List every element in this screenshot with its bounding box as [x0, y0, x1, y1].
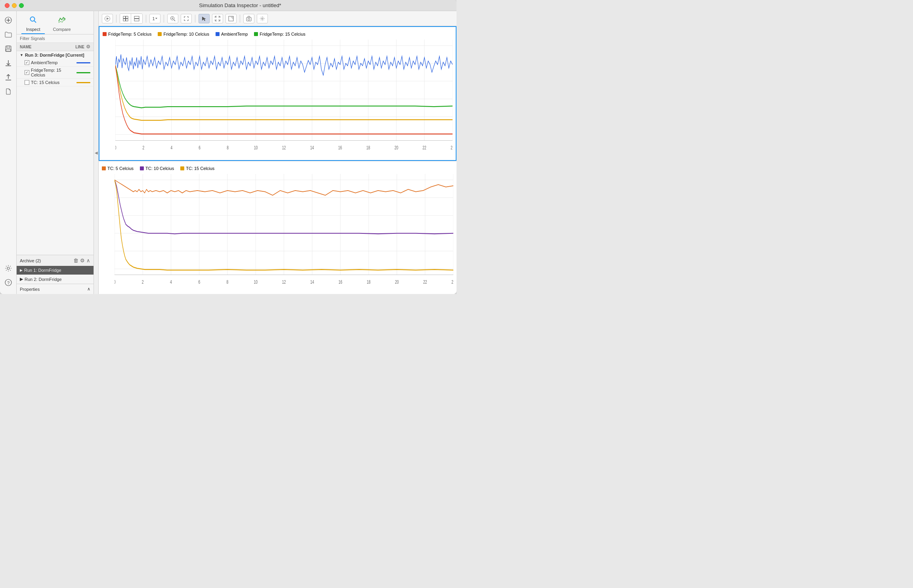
split-layout-btn[interactable] [131, 14, 142, 23]
signal-line-tc15 [76, 82, 90, 83]
fullscreen-btn[interactable] [225, 14, 237, 23]
sidebar-tabs: Inspect Compare [17, 11, 94, 34]
legend-label-tc5: TC: 5 Celcius [107, 166, 134, 171]
chart-panel-2[interactable]: TC: 5 Celcius TC: 10 Celcius TC: 15 Celc… [99, 161, 456, 294]
sidebar-collapse-btn[interactable]: ◀ [94, 11, 99, 294]
zoom-btn[interactable] [167, 14, 178, 23]
svg-text:4: 4 [170, 279, 172, 284]
page-btn[interactable]: 1 [149, 14, 160, 23]
svg-rect-5 [6, 49, 11, 51]
toolbar-sep-3 [164, 15, 164, 23]
svg-text:22: 22 [423, 279, 427, 284]
svg-line-14 [34, 21, 36, 23]
charts-container: FridgeTemp: 5 Celcius FridgeTemp: 10 Cel… [99, 26, 456, 294]
help-icon[interactable]: ? [2, 277, 14, 288]
expand-zoom-btn[interactable] [212, 14, 223, 23]
svg-text:?: ? [7, 281, 9, 285]
signal-checkbox-tc15[interactable] [25, 80, 29, 85]
svg-text:0: 0 [115, 279, 115, 284]
legend-ambienttemp: AmbientTemp [216, 32, 248, 36]
upload-icon[interactable] [2, 71, 14, 83]
svg-rect-18 [123, 16, 126, 19]
grid-layout-btn[interactable] [120, 14, 131, 23]
archive-expand-icon[interactable]: ∧ [86, 258, 90, 263]
legend-color-fridgetemp10 [158, 32, 162, 36]
svg-text:0: 0 [115, 145, 116, 150]
chart-panel-1[interactable]: FridgeTemp: 5 Celcius FridgeTemp: 10 Cel… [99, 26, 456, 161]
svg-point-38 [262, 18, 263, 19]
settings-icon[interactable] [2, 262, 14, 274]
signal-name-ambienttemp: AmbientTemp [31, 60, 75, 65]
fit-view-btn[interactable] [181, 14, 192, 23]
archive-header: Archive (2) 🗑 ⚙ ∧ [17, 255, 94, 266]
legend-label-fridgetemp5: FridgeTemp: 5 Celcius [108, 32, 151, 36]
svg-rect-4 [7, 46, 10, 48]
svg-text:10: 10 [254, 279, 258, 284]
icon-bar: ? [0, 11, 17, 294]
save-icon[interactable] [2, 43, 14, 55]
chart2-svg-area: 0.5 0.6 0.7 0.8 0.9 1.0 0 2 4 6 8 [99, 172, 456, 294]
toolbar-sep-1 [116, 15, 117, 23]
legend-label-ambienttemp: AmbientTemp [221, 32, 248, 36]
sidebar: Inspect Compare Filter Signals NAME LINE… [17, 11, 94, 294]
signal-checkbox-fridgetemp15[interactable] [25, 70, 29, 75]
signal-line-fridgetemp15 [76, 72, 90, 73]
run-current-header[interactable]: ▼ Run 3: DormFridge [Current] [17, 51, 94, 59]
svg-text:18: 18 [367, 279, 371, 284]
col-line-header: LINE [65, 45, 84, 49]
play-button[interactable] [102, 14, 113, 23]
layout-buttons [120, 13, 143, 24]
tab-compare[interactable]: Compare [48, 14, 75, 34]
add-icon[interactable] [2, 14, 14, 26]
tab-inspect[interactable]: Inspect [21, 14, 45, 34]
close-button[interactable] [5, 3, 10, 8]
download-icon[interactable] [2, 57, 14, 69]
run-current-label: Run 3: DormFridge [Current] [25, 53, 84, 57]
svg-rect-21 [126, 19, 128, 21]
archive-run-2[interactable]: ▶ Run 2: DormFridge [17, 275, 94, 284]
maximize-button[interactable] [19, 3, 24, 8]
svg-text:18: 18 [367, 145, 370, 150]
archive-settings-icon[interactable]: ⚙ [80, 258, 85, 263]
app-window: Simulation Data Inspector - untitled* [0, 0, 456, 294]
signal-line-ambienttemp [76, 62, 90, 63]
legend-fridgetemp10: FridgeTemp: 10 Celcius [158, 32, 209, 36]
document-icon[interactable] [2, 86, 14, 97]
svg-rect-36 [246, 17, 251, 21]
svg-marker-24 [155, 18, 157, 19]
properties-label: Properties [20, 287, 40, 292]
legend-label-tc10: TC: 10 Celcius [145, 166, 174, 171]
svg-text:14: 14 [310, 145, 314, 150]
svg-text:12: 12 [282, 145, 286, 150]
archive-delete-icon[interactable]: 🗑 [73, 258, 78, 263]
title-bar: Simulation Data Inspector - untitled* [0, 0, 456, 11]
properties-section[interactable]: Properties ∧ [17, 284, 94, 294]
folder-icon[interactable] [2, 29, 14, 40]
svg-rect-20 [123, 19, 126, 21]
svg-line-26 [174, 19, 176, 21]
svg-text:4: 4 [170, 145, 172, 150]
chart1-svg-area: 5 10 15 20 25 0 2 4 6 8 10 12 [99, 38, 456, 160]
svg-text:20: 20 [395, 279, 399, 284]
archive-title: Archive (2) [20, 258, 72, 263]
svg-text:20: 20 [394, 145, 398, 150]
minimize-button[interactable] [12, 3, 17, 8]
archive-run1-label: Run 1: DormFridge [24, 268, 61, 273]
signals-settings-icon[interactable]: ⚙ [86, 44, 90, 50]
chart1-svg: 5 10 15 20 25 0 2 4 6 8 10 12 [115, 40, 453, 158]
svg-marker-29 [202, 17, 206, 21]
chart1-legend: FridgeTemp: 5 Celcius FridgeTemp: 10 Cel… [99, 30, 456, 38]
camera-btn[interactable] [243, 14, 254, 23]
svg-text:6: 6 [198, 279, 200, 284]
svg-text:16: 16 [338, 279, 342, 284]
svg-text:8: 8 [227, 145, 229, 150]
archive-run2-arrow: ▶ [20, 277, 23, 282]
toolbar-settings-btn[interactable] [257, 14, 268, 23]
cursor-btn[interactable] [199, 14, 210, 23]
archive-run-1[interactable]: ▶ Run 1: DormFridge [17, 266, 94, 275]
legend-color-tc5 [102, 166, 106, 170]
signal-name-tc15: TC: 15 Celcius [31, 80, 75, 85]
signal-checkbox-ambienttemp[interactable] [25, 60, 29, 65]
svg-marker-17 [107, 17, 109, 20]
properties-arrow-icon: ∧ [87, 286, 90, 292]
